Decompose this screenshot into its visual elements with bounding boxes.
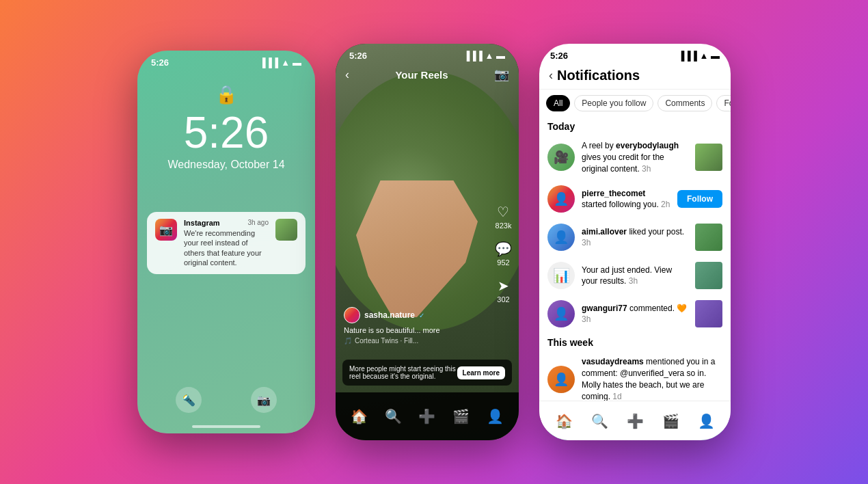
reel-like-button[interactable]: ♡ 823k	[496, 204, 512, 230]
notif-row-vasudaydreams[interactable]: 👤 vasudaydreams mentioned you in a comme…	[539, 351, 731, 407]
avatar-icon: 👤	[554, 230, 569, 245]
avatar-vasudaydreams: 👤	[547, 366, 575, 393]
filter-tab-all[interactable]: All	[546, 95, 570, 111]
avatar-icon: 🎥	[554, 150, 569, 165]
reel-verified-icon: ✓	[419, 312, 424, 319]
notif-page-time: 5:26	[550, 51, 568, 61]
phone-notifications: 5:26 ▐▐▐ ▲ ▬ ‹ Notifications All People …	[539, 44, 731, 440]
reel-banner-text: More people might start seeing this reel…	[349, 365, 457, 380]
reel-user-row: sasha.nature ✓	[344, 307, 485, 323]
notif-text-block: Instagram 3h ago We're recommending your…	[184, 219, 269, 267]
reel-nav-create[interactable]: ➕	[418, 408, 435, 425]
reel-status-icons: ▐▐▐ ▲ ▬	[463, 51, 505, 61]
reel-user-avatar	[344, 307, 360, 323]
p3-nav-profile[interactable]: 👤	[698, 413, 715, 429]
lock-status-time: 5:26	[151, 57, 169, 68]
share-icon: ➤	[498, 278, 509, 293]
camera-icon[interactable]: 📷	[251, 387, 277, 413]
avatar-pierre: 👤	[547, 185, 575, 213]
notif-row-pierre[interactable]: 👤 pierre_thecomet started following you.…	[539, 180, 731, 218]
p3-nav-reels[interactable]: 🎬	[662, 413, 679, 429]
filter-tab-following[interactable]: People you follow	[574, 95, 653, 111]
avatar-icon: 👤	[554, 191, 569, 206]
this-week-section-header: This week	[539, 333, 731, 351]
lock-icon: 🔒	[215, 84, 237, 105]
lock-status-icons: ▐▐▐ ▲ ▬	[259, 57, 301, 68]
comment-icon: 💬	[495, 241, 512, 256]
notif-text-aimi: aimi.allover liked your post. 3h	[582, 226, 688, 250]
notif-row-ad[interactable]: 📊 Your ad just ended. View your results.…	[539, 256, 731, 295]
battery-icon: ▬	[293, 57, 301, 68]
lock-time: 5:26	[184, 111, 269, 154]
np-battery-icon: ▬	[711, 51, 720, 61]
notif-row-gwanguri[interactable]: 👤 gwanguri77 commented. 🧡 3h	[539, 295, 731, 333]
notif-time: 3h ago	[247, 219, 269, 227]
reel-caption: Nature is so beautiful... more	[344, 326, 485, 334]
reel-nav-bar: 🏠 🔍 ➕ 🎬 👤	[336, 392, 519, 440]
notif-row-aimi[interactable]: 👤 aimi.allover liked your post. 3h	[539, 218, 731, 256]
flashlight-icon[interactable]: 🔦	[176, 387, 202, 413]
notif-text-gwanguri: gwanguri77 commented. 🧡 3h	[582, 303, 688, 326]
p3-nav-create[interactable]: ➕	[627, 413, 644, 429]
avatar-ad: 📊	[547, 262, 575, 289]
reel-wifi-icon: ▲	[485, 51, 494, 61]
avatar-icon: 👤	[554, 306, 569, 321]
reel-nav-reels[interactable]: 🎬	[452, 408, 470, 425]
notifications-filter-tabs: All People you follow Comments Follows	[539, 90, 731, 117]
lock-notification-card[interactable]: 📷 Instagram 3h ago We're recommending yo…	[147, 212, 306, 274]
reel-signal-icon: ▐▐▐	[463, 51, 483, 61]
filter-tab-comments[interactable]: Comments	[657, 95, 712, 111]
notifications-nav-bar: 🏠 🔍 ➕ 🎬 👤	[539, 401, 731, 440]
p3-nav-home[interactable]: 🏠	[556, 413, 573, 429]
reel-actions: ♡ 823k 💬 952 ➤ 302	[495, 204, 512, 304]
reel-nav-home[interactable]: 🏠	[351, 408, 368, 425]
notif-page-status-bar: 5:26 ▐▐▐ ▲ ▬	[539, 44, 731, 64]
notif-body: We're recommending your reel instead of …	[184, 228, 269, 267]
np-signal-icon: ▐▐▐	[678, 51, 697, 61]
phone-reels: 5:26 ▐▐▐ ▲ ▬ ‹ Your Reels 📷 ♡ 823k 💬 952…	[336, 44, 519, 440]
thumb-aimi	[695, 224, 722, 251]
notif-text-pierre: pierre_thecomet started following you. 2…	[582, 188, 670, 211]
lock-content: 🔒 5:26 Wednesday, October 14	[137, 70, 315, 171]
music-icon: 🎵	[344, 337, 352, 345]
today-section-header: Today	[539, 117, 731, 135]
reel-comment-button[interactable]: 💬 952	[495, 241, 512, 267]
reel-info: sasha.nature ✓ Nature is so beautiful...…	[344, 307, 485, 345]
avatar-icon: 👤	[554, 372, 569, 387]
reel-status-time: 5:26	[349, 51, 367, 61]
heart-icon: ♡	[497, 204, 509, 219]
reel-learn-more-button[interactable]: Learn more	[457, 366, 505, 379]
notifications-back-button[interactable]: ‹	[549, 68, 553, 83]
notif-app-name: Instagram	[184, 219, 220, 227]
reel-username[interactable]: sasha.nature	[364, 310, 415, 320]
lock-bottom-bar: 🔦 📷	[137, 387, 315, 413]
reel-banner: More people might start seeing this reel…	[342, 360, 512, 386]
reel-status-bar: 5:26 ▐▐▐ ▲ ▬	[336, 44, 519, 64]
notif-thumbnail	[275, 219, 297, 241]
home-indicator	[192, 425, 260, 428]
instagram-notif-icon: 📷	[155, 219, 177, 241]
notif-row-everybodylaugh[interactable]: 🎥 A reel by everybodylaugh gives you cre…	[539, 135, 731, 180]
p3-nav-search[interactable]: 🔍	[591, 413, 608, 429]
notif-page-status-icons: ▐▐▐ ▲ ▬	[678, 51, 720, 61]
phone-lock-screen: 5:26 ▐▐▐ ▲ ▬ 🔒 5:26 Wednesday, October 1…	[137, 51, 315, 433]
reel-nav-search[interactable]: 🔍	[385, 408, 402, 425]
notifications-page-header: ‹ Notifications	[539, 64, 731, 90]
filter-tab-follows[interactable]: Follows	[716, 95, 731, 111]
follow-button-pierre[interactable]: Follow	[677, 190, 722, 208]
reel-comment-count: 952	[495, 258, 512, 267]
notif-text-ad: Your ad just ended. View your results. 3…	[582, 265, 688, 288]
avatar-gwanguri: 👤	[547, 300, 575, 327]
reel-share-button[interactable]: ➤ 302	[497, 278, 509, 304]
reel-nav-profile[interactable]: 👤	[487, 408, 504, 425]
lock-date: Wednesday, October 14	[167, 159, 284, 171]
notif-header: Instagram 3h ago	[184, 219, 269, 227]
chart-icon: 📊	[553, 267, 570, 284]
reel-music-text: Corteau Twins · Fill...	[355, 337, 418, 345]
avatar-everybodylaugh: 🎥	[547, 144, 575, 171]
notifications-title: Notifications	[557, 68, 640, 83]
signal-icon: ▐▐▐	[259, 57, 278, 68]
np-wifi-icon: ▲	[700, 51, 709, 61]
reel-camera-icon[interactable]: 📷	[494, 67, 509, 82]
reel-battery-icon: ▬	[496, 51, 505, 61]
